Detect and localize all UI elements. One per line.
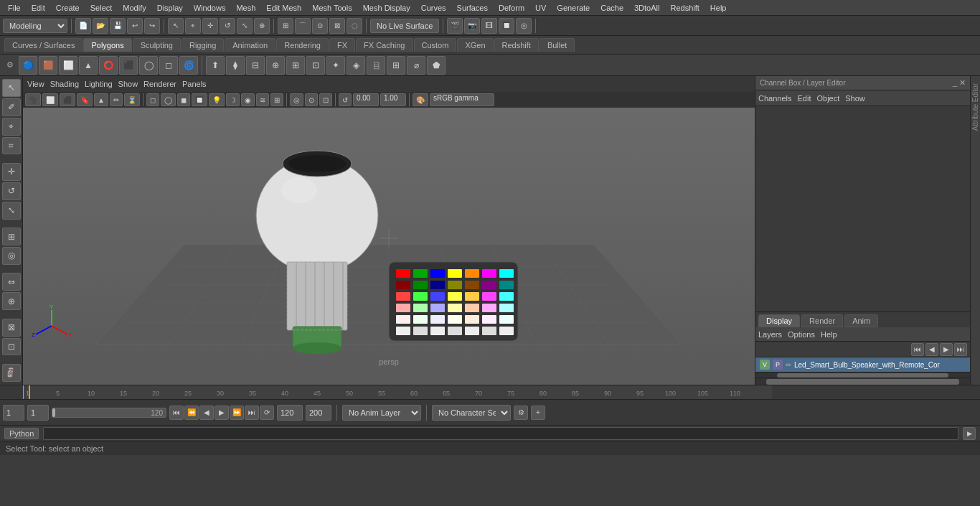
save-file-btn[interactable]: 💾 — [110, 18, 126, 34]
vp-color-profile[interactable]: 🎨 — [413, 93, 428, 106]
snap-point-btn[interactable]: ⊙ — [312, 18, 328, 34]
menu-surfaces[interactable]: Surfaces — [452, 2, 493, 14]
vp-btn-motion[interactable]: ≋ — [256, 93, 269, 106]
layer-nav-prev[interactable]: ◀ — [925, 343, 938, 356]
tab-fx-caching[interactable]: FX Caching — [356, 38, 413, 52]
layer-tab-render[interactable]: Render — [801, 314, 843, 327]
timeline-ruler[interactable]: 1 5 10 15 20 25 30 35 40 45 50 55 60 65 … — [0, 385, 980, 399]
vp-btn-xray[interactable]: ⊙ — [305, 93, 318, 106]
shelf-cone[interactable]: ▲ — [79, 56, 98, 75]
vp-btn-flat[interactable]: ◼ — [177, 93, 190, 106]
shelf-cylinder[interactable]: ⬜ — [59, 56, 77, 75]
character-set-settings-btn[interactable]: ⚙ — [514, 406, 528, 420]
menu-create[interactable]: Create — [51, 2, 85, 14]
snap-live-btn[interactable]: ◌ — [347, 18, 362, 34]
menu-file[interactable]: File — [3, 2, 26, 14]
show-manip[interactable]: ⊠ — [2, 319, 21, 337]
layer-tab-anim[interactable]: Anim — [844, 314, 878, 327]
play-fwd-btn[interactable]: ▶ — [215, 406, 229, 420]
vp-menu-lighting[interactable]: Lighting — [85, 80, 113, 88]
brush-tool[interactable]: ⌖ — [2, 118, 21, 136]
frame-current-field[interactable] — [27, 405, 49, 421]
layer-scrollbar[interactable] — [755, 372, 970, 378]
rotate-tool[interactable]: ↺ — [2, 182, 21, 200]
canvas-area[interactable]: X Y Z persp — [23, 108, 755, 369]
layer-row[interactable]: V P ✏ Led_Smart_Bulb_Speaker_with_Remote… — [755, 357, 970, 372]
character-set-add-btn[interactable]: + — [531, 406, 545, 420]
shelf-cube[interactable]: 🟫 — [39, 56, 57, 75]
snap-curve-btn[interactable]: ⌒ — [295, 18, 311, 34]
vp-btn-bookmark[interactable]: 🔖 — [77, 93, 93, 106]
tab-xgen[interactable]: XGen — [457, 38, 493, 52]
redo-btn[interactable]: ↪ — [144, 18, 160, 34]
shelf-loop-cut[interactable]: ⊞ — [286, 56, 305, 75]
shelf-bridge[interactable]: ⊟ — [246, 56, 265, 75]
workspace-selector[interactable]: Modeling — [3, 19, 67, 33]
menu-redshift[interactable]: Redshift — [665, 2, 704, 14]
menu-modify[interactable]: Modify — [118, 2, 151, 14]
vp-btn-paint[interactable]: ✏ — [110, 93, 123, 106]
cb-close-btn[interactable]: ✕ — [959, 78, 966, 88]
shelf-fill-hole[interactable]: ◈ — [347, 56, 365, 75]
vp-btn-texture[interactable]: 🔲 — [192, 93, 207, 106]
shelf-settings[interactable]: ⚙ — [3, 56, 17, 75]
vp-btn-smooth[interactable]: ◯ — [161, 93, 176, 106]
tab-bullet[interactable]: Bullet — [540, 38, 575, 52]
shelf-merge[interactable]: ⊕ — [266, 56, 285, 75]
scale-btn[interactable]: ⤡ — [237, 18, 253, 34]
loop-btn[interactable]: ⟳ — [260, 406, 274, 420]
vp-btn-select-mask[interactable]: ▲ — [94, 93, 108, 106]
shelf-smooth[interactable]: ⬟ — [427, 56, 446, 75]
menu-generate[interactable]: Generate — [552, 2, 595, 14]
menu-curves[interactable]: Curves — [416, 2, 451, 14]
play-back-btn[interactable]: ◀ — [199, 406, 214, 420]
tab-custom[interactable]: Custom — [414, 38, 457, 52]
show-grid[interactable]: ⊡ — [2, 338, 21, 356]
pivot-tool[interactable]: ⊕ — [2, 292, 21, 310]
shelf-insert-edge[interactable]: ⊡ — [306, 56, 325, 75]
menu-cache[interactable]: Cache — [595, 2, 628, 14]
frame-progress-bar[interactable]: 120 — [52, 408, 166, 418]
vp-btn-isolate[interactable]: ◎ — [290, 93, 303, 106]
snap-view-btn[interactable]: ⊠ — [329, 18, 345, 34]
frame-start-field[interactable] — [3, 405, 24, 421]
vp-btn-camera[interactable]: 🎥 — [25, 93, 41, 106]
menu-edit-mesh[interactable]: Edit Mesh — [261, 2, 306, 14]
select-btn[interactable]: ↖ — [168, 18, 184, 34]
shelf-helix[interactable]: 🌀 — [179, 56, 198, 75]
python-label[interactable]: Python — [4, 428, 39, 439]
display-icon2[interactable]: ◎ — [516, 18, 532, 34]
vp-btn-wireframe[interactable]: ◻ — [146, 93, 159, 106]
anim-end-field[interactable] — [277, 405, 303, 421]
shelf-torus[interactable]: ⭕ — [99, 56, 118, 75]
vp-btn-ao[interactable]: ◉ — [241, 93, 255, 106]
character-set-selector[interactable]: No Character Set — [432, 405, 511, 421]
vp-btn-light[interactable]: 💡 — [209, 93, 225, 106]
cam-render-btn[interactable]: 🎬 — [447, 18, 463, 34]
vp-btn-film2[interactable]: ⬛ — [60, 93, 75, 106]
undo-btn[interactable]: ↩ — [127, 18, 143, 34]
skip-to-end-btn[interactable]: ⏭ — [245, 406, 259, 420]
vp-menu-renderer[interactable]: Renderer — [143, 80, 176, 88]
menu-mesh-display[interactable]: Mesh Display — [358, 2, 415, 14]
snap-tool[interactable]: ⊞ — [2, 228, 21, 245]
select-tool[interactable]: ↖ — [2, 79, 21, 97]
step-fwd-btn[interactable]: ⏩ — [230, 406, 244, 420]
menu-mesh-tools[interactable]: Mesh Tools — [307, 2, 357, 14]
cam-sequence-btn[interactable]: 🎞 — [481, 18, 497, 34]
cam-snapshot-btn[interactable]: 📷 — [464, 18, 480, 34]
rotate-btn[interactable]: ↺ — [220, 18, 235, 34]
vp-btn-grid[interactable]: ⊞ — [270, 93, 283, 106]
shelf-pipe[interactable]: ◻ — [159, 56, 178, 75]
menu-display[interactable]: Display — [152, 2, 188, 14]
python-input[interactable] — [43, 427, 958, 440]
layer-nav-first[interactable]: ⏮ — [911, 343, 924, 356]
vp-btn-film[interactable]: ⬜ — [42, 93, 58, 106]
tab-redshift[interactable]: Redshift — [494, 38, 539, 52]
menu-edit[interactable]: Edit — [27, 2, 50, 14]
vp-btn-component[interactable]: ⊡ — [319, 93, 332, 106]
menu-3dtoall[interactable]: 3DtoAll — [629, 2, 664, 14]
vp-translate-y[interactable]: 1.00 — [380, 93, 406, 106]
channels-edit[interactable]: Edit — [797, 94, 811, 103]
lasso-tool[interactable]: ⌗ — [2, 137, 21, 155]
